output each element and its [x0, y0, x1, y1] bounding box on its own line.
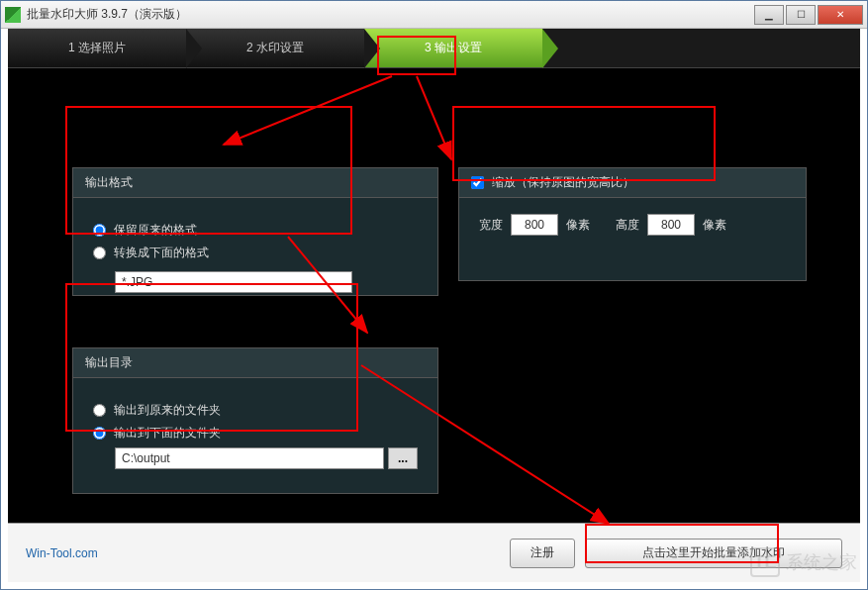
keep-format-radio[interactable]: 保留原来的格式 — [93, 222, 418, 239]
height-unit: 像素 — [703, 217, 726, 234]
app-icon — [5, 7, 21, 23]
width-input[interactable] — [511, 214, 558, 236]
step-1[interactable]: 1 选择照片 — [8, 29, 186, 67]
convert-format-radio[interactable]: 转换成下面的格式 — [93, 245, 418, 261]
format-input[interactable] — [115, 271, 352, 293]
website-link[interactable]: Win-Tool.com — [26, 546, 500, 560]
height-input[interactable] — [647, 214, 695, 236]
maximize-button[interactable] — [786, 5, 816, 25]
height-label: 高度 — [616, 217, 639, 234]
same-folder-radio[interactable]: 输出到原来的文件夹 — [93, 402, 418, 419]
panel-title: 输出目录 — [73, 348, 437, 378]
scale-checkbox[interactable]: 缩放（保持原图的宽高比） — [471, 174, 794, 191]
output-format-panel: 输出格式 保留原来的格式 转换成下面的格式 — [72, 167, 438, 296]
step-2[interactable]: 2 水印设置 — [186, 29, 364, 67]
close-button[interactable] — [818, 5, 863, 25]
register-button[interactable]: 注册 — [510, 539, 575, 568]
window-title: 批量水印大师 3.9.7（演示版） — [27, 6, 752, 23]
watermark-logo-icon: TE — [750, 547, 780, 577]
scale-panel: 缩放（保持原图的宽高比） 宽度 像素 高度 像素 — [458, 167, 807, 281]
watermark: TE 系统之家 — [750, 547, 857, 577]
other-folder-radio[interactable]: 输出到下面的文件夹 — [93, 425, 418, 442]
minimize-button[interactable] — [754, 5, 784, 25]
browse-button[interactable]: ... — [388, 447, 418, 469]
output-dir-panel: 输出目录 输出到原来的文件夹 输出到下面的文件夹 ... — [72, 347, 438, 494]
width-unit: 像素 — [566, 217, 590, 234]
step-3[interactable]: 3 输出设置 — [364, 29, 542, 67]
panel-title: 输出格式 — [73, 168, 437, 198]
width-label: 宽度 — [479, 217, 503, 234]
output-path-input[interactable] — [115, 447, 384, 469]
